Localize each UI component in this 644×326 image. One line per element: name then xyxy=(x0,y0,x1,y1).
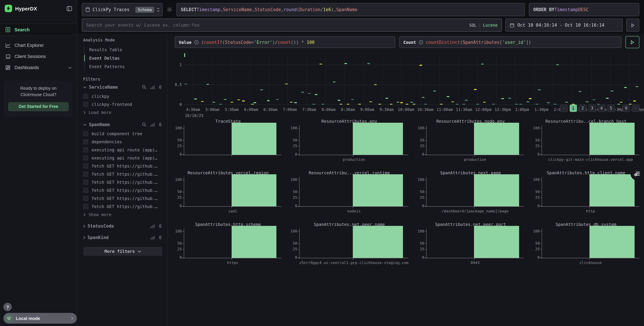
filter-item[interactable]: dependencies xyxy=(83,139,162,144)
chart-options-fab[interactable] xyxy=(631,168,643,180)
filter-item[interactable]: executing api route (app)… xyxy=(83,155,162,160)
checkbox[interactable] xyxy=(83,139,88,144)
load-more-toggle[interactable]: Load more xyxy=(83,110,162,115)
checkbox[interactable] xyxy=(83,188,88,193)
sql-select-input[interactable]: SELECT Timestamp, ServiceName, StatusCod… xyxy=(176,3,525,16)
filter-item[interactable]: clickpy xyxy=(83,94,162,99)
bar[interactable] xyxy=(590,123,634,154)
attribute-chart[interactable]: ResourceAttributes.vercel.region10050250… xyxy=(175,170,282,214)
bar[interactable] xyxy=(474,226,519,258)
search-icon[interactable] xyxy=(142,122,146,127)
bar[interactable] xyxy=(590,175,634,206)
bar[interactable] xyxy=(232,175,276,206)
filter-item[interactable]: clickpy-frontend xyxy=(83,102,162,107)
bar[interactable] xyxy=(232,123,276,154)
analysis-mode-item[interactable]: Event Deltas xyxy=(84,54,162,62)
attribute-chart[interactable]: SpanAttributes.net.peer.name10050250z5nr… xyxy=(290,222,408,266)
more-filters-button[interactable]: More filters xyxy=(83,247,162,256)
attribute-chart[interactable]: ResourceAttribu..cel.branch_host10050250… xyxy=(532,119,639,162)
gear-icon[interactable] xyxy=(167,7,172,13)
bar[interactable] xyxy=(474,123,519,154)
filter-item[interactable]: fetch GET https://github.… xyxy=(83,164,162,169)
filter-section-servicename[interactable]: ServiceName xyxy=(83,85,162,90)
attribute-chart[interactable]: ResourceAttributes.node.env10050250produ… xyxy=(417,119,524,162)
checkbox[interactable] xyxy=(83,196,88,201)
analysis-mode-item[interactable]: Results Table xyxy=(84,46,162,54)
sidebar-item-client-sessions[interactable]: Client Sessions xyxy=(0,51,77,62)
prev-page-button[interactable]: ‹ xyxy=(560,104,568,112)
bar-chart-icon[interactable] xyxy=(150,235,154,240)
sidebar-item-chart-explorer[interactable]: Chart Explorer xyxy=(0,40,77,51)
attribute-chart[interactable]: ResourceAttributes.env10050250production xyxy=(290,119,408,162)
page-button[interactable]: 5 xyxy=(607,104,615,112)
checkbox[interactable] xyxy=(83,204,88,209)
data-source-select[interactable]: ClickPy Traces Schema xyxy=(82,3,162,16)
pin-icon[interactable] xyxy=(158,122,162,127)
bar[interactable] xyxy=(353,123,403,154)
attribute-chart[interactable]: SpanAttributes.db.system10050250clickhou… xyxy=(532,222,639,266)
checkbox[interactable] xyxy=(83,131,88,136)
checkbox[interactable] xyxy=(83,164,88,169)
checkbox[interactable] xyxy=(83,102,88,107)
pin-icon[interactable] xyxy=(158,224,162,228)
sidebar-item-search[interactable]: Search xyxy=(0,24,77,36)
filter-item[interactable]: executing api route (app)… xyxy=(83,147,162,152)
checkbox[interactable] xyxy=(83,172,88,177)
search-icon[interactable] xyxy=(142,85,146,89)
sql-mode-option[interactable]: SQL xyxy=(469,23,476,28)
filter-item[interactable]: fetch GET https://github.… xyxy=(83,196,162,201)
live-tail-button[interactable] xyxy=(626,19,639,32)
page-button[interactable]: 2 xyxy=(579,104,586,112)
y-tick-label: 0 xyxy=(180,102,182,107)
attribute-chart[interactable]: SpanAttributes.net.peer.port100502508443 xyxy=(417,222,524,266)
lucene-mode-option[interactable]: Lucene xyxy=(483,23,498,28)
delta-chart-plot[interactable]: 10.50 xyxy=(184,54,639,104)
bar[interactable] xyxy=(474,175,519,206)
pin-icon[interactable] xyxy=(158,85,162,89)
run-query-button[interactable] xyxy=(626,36,639,48)
search-input[interactable]: Search your events w/ Lucene ex. column:… xyxy=(82,19,502,32)
filter-section-spanname[interactable]: SpanName xyxy=(83,122,162,127)
bar[interactable] xyxy=(353,226,403,258)
sidebar-item-dashboards[interactable]: Dashboards xyxy=(0,62,77,73)
bar-chart-icon[interactable] xyxy=(150,122,154,127)
order-by-input[interactable]: ORDER BY Timestamp DESC xyxy=(529,3,639,16)
filter-item[interactable]: fetch GET https://github.… xyxy=(83,204,162,209)
value-expression-input[interactable]: Value (countIf(StatusCode='Error')/count… xyxy=(175,36,395,48)
get-started-button[interactable]: Get Started for Free xyxy=(8,102,69,111)
bar[interactable] xyxy=(590,226,634,258)
filter-item[interactable]: fetch GET https://github.… xyxy=(83,188,162,193)
page-button[interactable]: 9 xyxy=(622,104,630,112)
next-page-button[interactable]: › xyxy=(632,104,639,112)
analysis-mode-item[interactable]: Event Patterns xyxy=(84,62,162,71)
page-button[interactable]: 1 xyxy=(570,104,577,112)
bar[interactable] xyxy=(353,175,403,206)
filter-item[interactable]: fetch GET https://github.… xyxy=(83,180,162,185)
attribute-chart[interactable]: TraceState10050250 xyxy=(175,119,282,162)
filter-section-spankind[interactable]: SpanKind xyxy=(83,235,162,240)
bar[interactable] xyxy=(232,226,276,258)
load-more-toggle[interactable]: Show more xyxy=(83,212,162,217)
filter-section-statuscode[interactable]: StatusCode xyxy=(83,224,162,229)
count-expression-input[interactable]: Count countDistinct(SpanAttributes['user… xyxy=(399,36,622,48)
checkbox[interactable] xyxy=(83,180,88,185)
checkbox[interactable] xyxy=(83,155,88,160)
help-button[interactable]: ? xyxy=(3,303,12,311)
filter-item[interactable]: build component tree xyxy=(83,131,162,136)
bar-chart-icon[interactable] xyxy=(150,224,154,228)
attribute-chart[interactable]: SpanAttributes.next.page10050250/dashboa… xyxy=(417,170,524,214)
checkbox[interactable] xyxy=(83,147,88,152)
bar-chart-icon[interactable] xyxy=(150,85,154,89)
page-button[interactable]: 3 xyxy=(588,104,596,112)
attribute-chart[interactable]: ResourceAttribu...vercel.runtime10050250… xyxy=(290,170,408,214)
checkbox[interactable] xyxy=(83,94,88,99)
sidebar-collapse-icon[interactable] xyxy=(67,6,72,11)
local-mode-menu[interactable]: U Local mode xyxy=(3,313,77,324)
attribute-chart[interactable]: SpanAttributes.http.client.name10050250h… xyxy=(532,170,639,214)
pin-icon[interactable] xyxy=(158,235,162,240)
query-language-toggle[interactable]: SQL | Lucene xyxy=(469,23,498,28)
page-button[interactable]: 4 xyxy=(598,104,605,112)
attribute-chart[interactable]: SpanAttributes.http.scheme10050250https xyxy=(175,222,282,266)
date-range-picker[interactable]: Oct 10 04:16:14 - Oct 10 16:16:14 xyxy=(505,19,623,32)
filter-item[interactable]: fetch GET https://github.… xyxy=(83,172,162,177)
